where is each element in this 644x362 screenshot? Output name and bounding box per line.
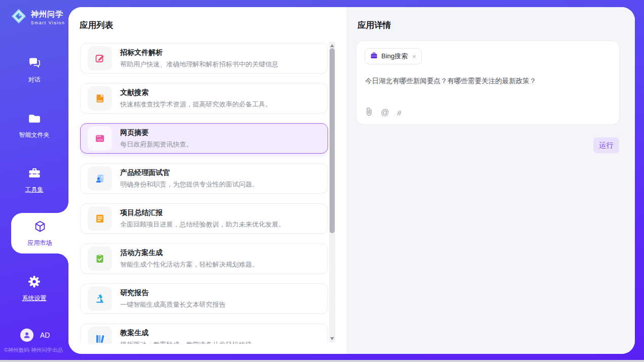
folder-icon bbox=[27, 112, 41, 127]
gear-icon bbox=[27, 275, 41, 291]
tool-chip-label: Bing搜索 bbox=[381, 52, 408, 61]
app-name: 研究报告 bbox=[120, 288, 226, 298]
microscope-icon bbox=[88, 286, 112, 311]
browser-icon: </> bbox=[88, 126, 112, 151]
avatar bbox=[20, 329, 33, 342]
app-card-event-plan[interactable]: 活动方案生成 智能生成个性化活动方案，轻松解决规划难题。 bbox=[80, 243, 328, 274]
sidebar: 神州问学 Smart Vision 对话 智能文件夹 bbox=[0, 0, 68, 360]
app-description: 明确身份和职责，为您提供专业性的面试问题。 bbox=[120, 180, 259, 189]
prompt-card: Bing搜索 × 今日湖北有哪些新闻要点？有哪些需要关注的最新政策？ @ # bbox=[356, 41, 620, 125]
brand-diamond-icon bbox=[10, 8, 27, 27]
sidebar-item-settings[interactable]: 系统设置 bbox=[0, 275, 68, 303]
app-name: 活动方案生成 bbox=[120, 248, 259, 258]
user-initials: AD bbox=[40, 331, 50, 339]
cube-icon bbox=[33, 220, 47, 236]
app-card-lesson-plan[interactable]: 教案生成 模板驱动，教案秒成，教学准备从此轻松快捷 bbox=[80, 323, 328, 344]
copyright-text: ©神州数码·神州问学出品 bbox=[4, 347, 68, 354]
composer-toolbar: @ # bbox=[365, 107, 402, 118]
close-icon[interactable]: × bbox=[412, 53, 416, 60]
tool-chip-bing-search[interactable]: Bing搜索 × bbox=[365, 48, 422, 64]
brand: 神州问学 Smart Vision bbox=[10, 8, 65, 27]
run-button[interactable]: 运行 bbox=[593, 137, 619, 153]
sidebar-item-toolset[interactable]: 工具集 bbox=[0, 166, 68, 194]
app-card-project-summary[interactable]: 项目总结汇报 全面回顾项目进展，总结经验教训，助力未来优化发展。 bbox=[80, 203, 328, 234]
sidebar-item-label: 应用市场 bbox=[28, 239, 52, 247]
sidebar-item-label: 对话 bbox=[28, 76, 41, 84]
sidebar-item-label: 工具集 bbox=[25, 186, 44, 194]
app-detail-title: 应用详情 bbox=[357, 20, 391, 31]
tag-icon[interactable]: # bbox=[397, 108, 402, 117]
app-description: 一键智能生成高质量长文本研究报告 bbox=[120, 300, 226, 309]
app-name: 文献搜索 bbox=[120, 88, 272, 97]
app-card-bid-parse[interactable]: 招标文件解析 帮助用户快速、准确地理解和解析招标书中的关键信息 bbox=[80, 43, 328, 74]
app-description: 全面回顾项目进展，总结经验教训，助力未来优化发展。 bbox=[120, 220, 285, 229]
app-description: 智能生成个性化活动方案，轻松解决规划难题。 bbox=[120, 260, 259, 269]
clipboard-check-icon bbox=[88, 246, 112, 271]
app-list-title: 应用列表 bbox=[80, 20, 113, 31]
app-name: 教案生成 bbox=[120, 329, 252, 338]
app-detail-panel: 应用详情 Bing搜索 × 今日湖北有哪些新闻要点？有哪些需要关注的最新政策？ bbox=[346, 7, 635, 354]
app-card-research-report[interactable]: 研究报告 一键智能生成高质量长文本研究报告 bbox=[80, 283, 328, 314]
user-account[interactable]: AD bbox=[20, 329, 50, 342]
scrollbar-thumb[interactable] bbox=[330, 48, 335, 233]
app-description: 每日政府新闻资讯快查。 bbox=[120, 140, 193, 149]
app-name: 网页摘要 bbox=[120, 128, 193, 137]
main-content: 应用列表 招标文件解析 帮助用户快速、准确地理解和解析招标书中的关键信息 bbox=[68, 7, 635, 354]
interviewer-icon bbox=[88, 166, 112, 191]
edit-icon bbox=[88, 46, 112, 70]
sidebar-item-chat[interactable]: 对话 bbox=[0, 56, 68, 84]
sidebar-item-label: 系统设置 bbox=[22, 294, 47, 303]
scrollbar[interactable] bbox=[329, 42, 335, 343]
app-description: 快速精准查找学术资源，提高研究效率的必备工具。 bbox=[120, 100, 272, 109]
toolbox-icon bbox=[27, 166, 42, 182]
book-icon bbox=[88, 86, 112, 111]
app-name: 项目总结汇报 bbox=[120, 208, 285, 218]
mention-icon[interactable]: @ bbox=[381, 108, 389, 117]
paperclip-icon[interactable] bbox=[365, 107, 373, 118]
app-card-list: 招标文件解析 帮助用户快速、准确地理解和解析招标书中的关键信息 文献搜索 快速精… bbox=[80, 36, 328, 344]
bottom-edge-strip bbox=[0, 360, 644, 362]
sidebar-item-smart-folder[interactable]: 智能文件夹 bbox=[0, 112, 68, 139]
app-name: 产品经理面试官 bbox=[120, 168, 259, 177]
chat-icon bbox=[27, 56, 42, 72]
brand-name: 神州问学 bbox=[31, 10, 65, 19]
briefcase-icon bbox=[370, 52, 378, 61]
prompt-text[interactable]: 今日湖北有哪些新闻要点？有哪些需要关注的最新政策？ bbox=[365, 77, 612, 86]
svg-text:</>: </> bbox=[97, 138, 102, 141]
app-card-literature-search[interactable]: 文献搜索 快速精准查找学术资源，提高研究效率的必备工具。 bbox=[80, 83, 328, 114]
sidebar-item-label: 智能文件夹 bbox=[19, 131, 50, 139]
app-list-panel: 应用列表 招标文件解析 帮助用户快速、准确地理解和解析招标书中的关键信息 bbox=[68, 7, 346, 354]
scroll-up-arrow-icon[interactable] bbox=[330, 44, 334, 47]
books-icon bbox=[88, 327, 112, 344]
sidebar-item-app-market[interactable]: 应用市场 bbox=[11, 213, 68, 254]
app-description: 模板驱动，教案秒成，教学准备从此轻松快捷 bbox=[120, 340, 252, 344]
memo-icon bbox=[88, 206, 112, 231]
app-card-pm-interviewer[interactable]: 产品经理面试官 明确身份和职责，为您提供专业性的面试问题。 bbox=[80, 163, 328, 194]
app-card-web-summary[interactable]: </> 网页摘要 每日政府新闻资讯快查。 bbox=[80, 123, 328, 154]
app-description: 帮助用户快速、准确地理解和解析招标书中的关键信息 bbox=[120, 60, 278, 69]
scroll-down-arrow-icon[interactable] bbox=[330, 337, 334, 340]
brand-subtitle: Smart Vision bbox=[31, 20, 65, 25]
app-name: 招标文件解析 bbox=[120, 48, 278, 57]
